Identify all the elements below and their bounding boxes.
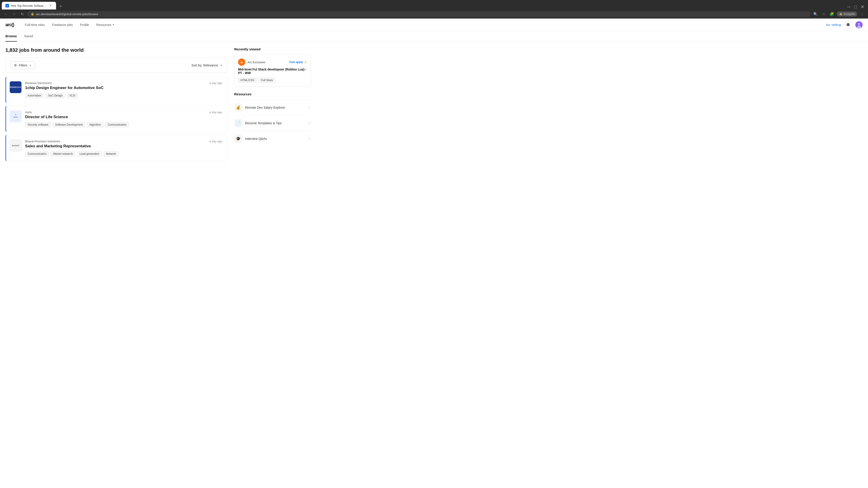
nav-freelance-jobs[interactable]: Freelance jobs <box>52 23 73 27</box>
resources-title: Resources <box>234 92 311 96</box>
site-nav: arc() Full-time roles Freelance jobs Pro… <box>0 19 868 31</box>
svg-text:a: a <box>241 60 243 64</box>
job-list: RENESAS Renesas Electronics a day ago 1c… <box>5 76 227 161</box>
url-text: arc.dev/dashboard/d/global-remote-jobs/b… <box>36 12 98 16</box>
rv-company-name: Arc Exclusive <box>248 61 265 64</box>
nav-profile[interactable]: Profile <box>80 23 89 27</box>
list-item: HTML/CSS <box>238 77 257 83</box>
incognito-icon: 🕵️ <box>839 12 842 15</box>
resource-label: Resume Templates & Tips <box>245 121 282 125</box>
resources-section: Resources 💰 Remote Dev Salary Explorer →… <box>234 92 311 147</box>
list-item: SoC Design <box>46 93 65 98</box>
arrow-right-icon: → <box>307 137 311 141</box>
arrow-right-icon: → <box>307 121 311 125</box>
lightning-icon: ⚡ <box>304 61 307 64</box>
sort-button[interactable]: Sort by: Relevance ▼ <box>191 64 222 67</box>
new-tab-button[interactable]: + <box>57 3 64 9</box>
list-item: Algorithm <box>87 122 103 127</box>
table-row[interactable]: ✦ aeris Aeris a day ago Director of Life… <box>5 106 227 132</box>
job-time: a day ago <box>209 140 222 143</box>
aeris-logo-svg: ✦ aeris <box>11 112 20 121</box>
list-item: Full Stack <box>258 77 276 83</box>
address-bar[interactable]: 🔒 arc.dev/dashboard/d/global-remote-jobs… <box>27 11 811 17</box>
company-name: Aeris <box>25 110 32 114</box>
job-time: a day ago <box>209 81 222 85</box>
job-tags: Communication Market research Lead gener… <box>25 151 222 157</box>
resource-resume-templates[interactable]: 📄 Resume Templates & Tips → <box>234 115 311 131</box>
job-title: Director of Life Science <box>25 115 222 119</box>
maximize-button[interactable]: □ <box>854 4 857 9</box>
tab-title: Hire Top Remote Software Dev... <box>11 4 46 7</box>
list-item: Communication <box>25 151 49 157</box>
tab-favicon: a <box>5 4 9 7</box>
bookmark-icon[interactable]: ☆ <box>820 11 827 17</box>
recently-viewed-section: Recently viewed a Arc Exclusive <box>234 47 311 87</box>
filter-chevron-icon: ▼ <box>29 64 31 67</box>
browser-chrome: a Hire Top Remote Software Dev... ✕ + ─ … <box>0 0 868 19</box>
job-title: 1chip Design Engineer for Automotive SoC <box>25 86 222 90</box>
menu-icon[interactable]: ⋮ <box>859 11 865 17</box>
job-info-bharat: Bharat Precision Industries a day ago Sa… <box>25 140 222 157</box>
recently-viewed-title: Recently viewed <box>234 47 311 51</box>
filter-bar: ⚙ Filters ▼ Sort by: Relevance ▼ <box>5 58 227 73</box>
forward-button[interactable]: → <box>11 11 17 17</box>
back-button[interactable]: ← <box>3 11 9 17</box>
user-avatar[interactable] <box>855 21 863 29</box>
list-item: VLSI <box>67 93 78 98</box>
company-logo-aeris: ✦ aeris <box>10 110 22 122</box>
list-item: Automation <box>25 93 44 98</box>
list-item: Software Development <box>53 122 85 127</box>
page-tabs: Browse Saved <box>0 31 868 42</box>
job-info-renesas: Renesas Electronics a day ago 1chip Desi… <box>25 81 222 98</box>
close-button[interactable]: ✕ <box>861 4 864 9</box>
rv-tags: HTML/CSS Full Stack <box>238 77 307 83</box>
jobs-count-header: 1,832 jobs from around the world <box>5 47 227 53</box>
fast-apply-button[interactable]: Fast apply ⚡ <box>289 61 307 64</box>
notifications-button[interactable] <box>844 21 852 29</box>
job-tags: Automation SoC Design VLSI <box>25 93 222 98</box>
arc-vetting-link[interactable]: Arc vetting <box>826 23 841 27</box>
resource-salary-explorer[interactable]: 💰 Remote Dev Salary Explorer → <box>234 100 311 115</box>
tab-saved[interactable]: Saved <box>24 31 33 41</box>
interview-qas-icon: 🎓 <box>234 135 242 143</box>
list-item: Market research <box>51 151 75 157</box>
filters-button[interactable]: ⚙ Filters ▼ <box>10 61 35 69</box>
reload-button[interactable]: ↻ <box>19 11 25 17</box>
resources-chevron-icon: ▼ <box>112 24 115 26</box>
toolbar-icons: 🔍 ☆ 🧩 🕵️ Incognito ⋮ <box>812 11 865 17</box>
resume-templates-icon: 📄 <box>234 119 242 127</box>
incognito-badge[interactable]: 🕵️ Incognito <box>837 11 857 17</box>
tab-browse[interactable]: Browse <box>5 31 17 41</box>
table-row[interactable]: RENESAS Renesas Electronics a day ago 1c… <box>5 76 227 103</box>
sidebar: Recently viewed a Arc Exclusive <box>234 47 311 164</box>
resource-interview-qas[interactable]: 🎓 Interview Q&As → <box>234 131 311 147</box>
nav-full-time-roles[interactable]: Full-time roles <box>25 23 45 27</box>
svg-text:aeris: aeris <box>13 116 18 118</box>
active-tab[interactable]: a Hire Top Remote Software Dev... ✕ <box>2 2 56 9</box>
security-lock-icon: 🔒 <box>31 12 34 15</box>
site-logo[interactable]: arc() <box>5 22 14 27</box>
tab-bar: a Hire Top Remote Software Dev... ✕ + ─ … <box>0 0 868 9</box>
company-logo-bharat: BHARAT <box>10 140 22 151</box>
job-title: Sales and Marketing Representative <box>25 144 222 149</box>
salary-explorer-icon: 💰 <box>234 103 242 111</box>
address-bar-row: ← → ↻ 🔒 arc.dev/dashboard/d/global-remot… <box>0 9 868 19</box>
nav-resources[interactable]: Resources ▼ <box>96 23 115 27</box>
list-item: Lead generation <box>77 151 102 157</box>
search-icon[interactable]: 🔍 <box>812 11 819 17</box>
filter-icon: ⚙ <box>14 64 17 67</box>
bell-icon <box>846 23 850 27</box>
minimize-button[interactable]: ─ <box>847 4 850 9</box>
svg-text:a: a <box>7 5 8 6</box>
nav-links: Full-time roles Freelance jobs Profile R… <box>25 23 826 27</box>
content-column: 1,832 jobs from around the world ⚙ Filte… <box>5 47 227 164</box>
table-row[interactable]: BHARAT Bharat Precision Industries a day… <box>5 135 227 161</box>
extensions-icon[interactable]: 🧩 <box>829 11 835 17</box>
svg-text:✦: ✦ <box>15 114 16 116</box>
tab-close-button[interactable]: ✕ <box>49 4 53 8</box>
sort-chevron-icon: ▼ <box>220 64 222 67</box>
company-logo-renesas: RENESAS <box>10 81 22 93</box>
rv-company-logo: a <box>238 59 245 66</box>
company-name: Bharat Precision Industries <box>25 140 60 143</box>
recently-viewed-card[interactable]: a Arc Exclusive Fast apply ⚡ Mid-level F… <box>234 55 311 87</box>
